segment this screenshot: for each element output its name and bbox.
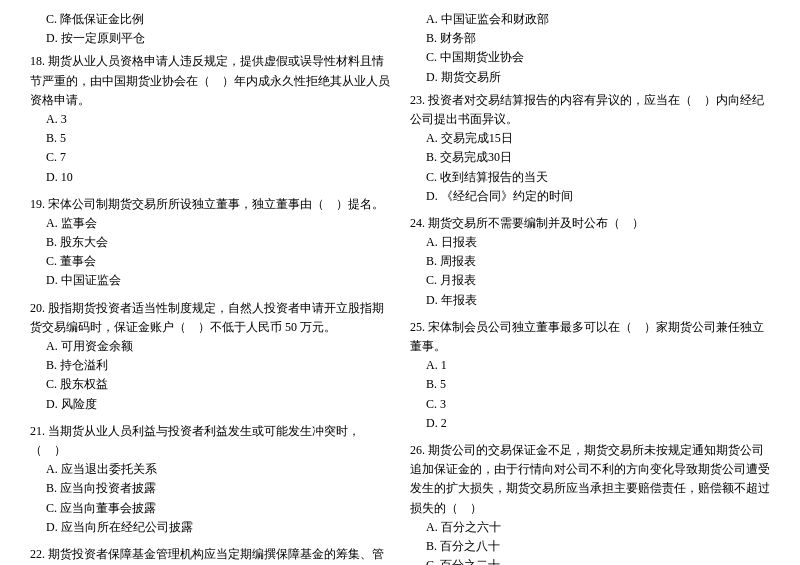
question-21-option-d: D. 应当向所在经纪公司披露 (30, 518, 390, 537)
question-22-text: 22. 期货投资者保障基金管理机构应当定期编撰保障基金的筹集、管理、使用报告，经… (30, 545, 390, 565)
question-21-option-a: A. 应当退出委托关系 (30, 460, 390, 479)
option-d-top-right: D. 期货交易所 (410, 68, 770, 87)
option-c-top: C. 降低保证金比例 (30, 10, 390, 29)
question-26-option-b: B. 百分之八十 (410, 537, 770, 556)
question-23-option-b: B. 交易完成30日 (410, 148, 770, 167)
question-24-option-d: D. 年报表 (410, 291, 770, 310)
question-25-option-a: A. 1 (410, 356, 770, 375)
question-25: 25. 宋体制会员公司独立董事最多可以在（ ）家期货公司兼任独立董事。 A. 1… (410, 318, 770, 433)
question-19-text: 19. 宋体公司制期货交易所所设独立董事，独立董事由（ ）提名。 (30, 195, 390, 214)
right-column: A. 中国证监会和财政部 B. 财务部 C. 中国期货业协会 D. 期货交易所 … (410, 10, 770, 565)
continuation-options-left: C. 降低保证金比例 D. 按一定原则平仓 (30, 10, 390, 48)
option-b-top-right: B. 财务部 (410, 29, 770, 48)
question-21-option-b: B. 应当向投资者披露 (30, 479, 390, 498)
question-21-text: 21. 当期货从业人员利益与投资者利益发生或可能发生冲突时，（ ） (30, 422, 390, 460)
question-26-option-a: A. 百分之六十 (410, 518, 770, 537)
question-19-option-c: C. 董事会 (30, 252, 390, 271)
question-20-option-b: B. 持仓溢利 (30, 356, 390, 375)
question-23-text: 23. 投资者对交易结算报告的内容有异议的，应当在（ ）内向经纪公司提出书面异议… (410, 91, 770, 129)
question-23-option-c: C. 收到结算报告的当天 (410, 168, 770, 187)
question-24-text: 24. 期货交易所不需要编制并及时公布（ ） (410, 214, 770, 233)
question-20: 20. 股指期货投资者适当性制度规定，自然人投资者申请开立股指期货交易编码时，保… (30, 299, 390, 414)
question-20-option-d: D. 风险度 (30, 395, 390, 414)
continuation-options-right: A. 中国证监会和财政部 B. 财务部 C. 中国期货业协会 D. 期货交易所 (410, 10, 770, 87)
question-24-option-b: B. 周报表 (410, 252, 770, 271)
page-content: C. 降低保证金比例 D. 按一定原则平仓 18. 期货从业人员资格申请人违反规… (30, 10, 770, 565)
question-18-option-b: B. 5 (30, 129, 390, 148)
option-a-top-right: A. 中国证监会和财政部 (410, 10, 770, 29)
question-18-option-d: D. 10 (30, 168, 390, 187)
question-24-option-a: A. 日报表 (410, 233, 770, 252)
question-18: 18. 期货从业人员资格申请人违反规定，提供虚假或误导性材料且情节严重的，由中国… (30, 52, 390, 186)
option-c-top-right: C. 中国期货业协会 (410, 48, 770, 67)
question-21: 21. 当期货从业人员利益与投资者利益发生或可能发生冲突时，（ ） A. 应当退… (30, 422, 390, 537)
question-19-option-d: D. 中国证监会 (30, 271, 390, 290)
question-24: 24. 期货交易所不需要编制并及时公布（ ） A. 日报表 B. 周报表 C. … (410, 214, 770, 310)
question-26: 26. 期货公司的交易保证金不足，期货交易所未按规定通知期货公司追加保证金的，由… (410, 441, 770, 565)
question-18-option-a: A. 3 (30, 110, 390, 129)
question-18-option-c: C. 7 (30, 148, 390, 167)
question-21-option-c: C. 应当向董事会披露 (30, 499, 390, 518)
question-18-text: 18. 期货从业人员资格申请人违反规定，提供虚假或误导性材料且情节严重的，由中国… (30, 52, 390, 110)
question-20-text: 20. 股指期货投资者适当性制度规定，自然人投资者申请开立股指期货交易编码时，保… (30, 299, 390, 337)
question-25-text: 25. 宋体制会员公司独立董事最多可以在（ ）家期货公司兼任独立董事。 (410, 318, 770, 356)
question-19-option-b: B. 股东大会 (30, 233, 390, 252)
option-d-top: D. 按一定原则平仓 (30, 29, 390, 48)
question-20-option-c: C. 股东权益 (30, 375, 390, 394)
question-23: 23. 投资者对交易结算报告的内容有异议的，应当在（ ）内向经纪公司提出书面异议… (410, 91, 770, 206)
question-23-option-d: D. 《经纪合同》约定的时间 (410, 187, 770, 206)
question-25-option-b: B. 5 (410, 375, 770, 394)
question-19-option-a: A. 监事会 (30, 214, 390, 233)
question-24-option-c: C. 月报表 (410, 271, 770, 290)
question-19: 19. 宋体公司制期货交易所所设独立董事，独立董事由（ ）提名。 A. 监事会 … (30, 195, 390, 291)
question-25-option-c: C. 3 (410, 395, 770, 414)
question-20-option-a: A. 可用资金余额 (30, 337, 390, 356)
question-25-option-d: D. 2 (410, 414, 770, 433)
question-26-text: 26. 期货公司的交易保证金不足，期货交易所未按规定通知期货公司追加保证金的，由… (410, 441, 770, 518)
question-23-option-a: A. 交易完成15日 (410, 129, 770, 148)
left-column: C. 降低保证金比例 D. 按一定原则平仓 18. 期货从业人员资格申请人违反规… (30, 10, 390, 565)
question-26-option-c: C. 百分之二十 (410, 556, 770, 565)
question-22: 22. 期货投资者保障基金管理机构应当定期编撰保障基金的筹集、管理、使用报告，经… (30, 545, 390, 565)
